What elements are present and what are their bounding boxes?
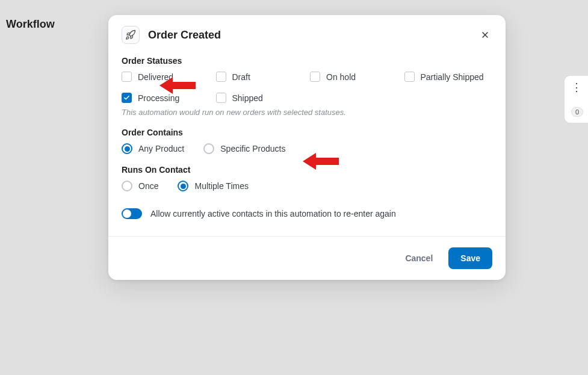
rocket-icon <box>122 26 140 44</box>
option-multiple-times[interactable]: Multiple Times <box>178 181 248 191</box>
radio[interactable] <box>122 181 132 191</box>
reenter-toggle-row: Allow currently active contacts in this … <box>122 208 492 219</box>
status-delivered[interactable]: Delivered <box>122 72 210 82</box>
radio-label: Any Product <box>138 144 184 153</box>
checkbox[interactable] <box>122 72 132 82</box>
radio-label: Once <box>138 181 158 191</box>
check-icon <box>123 95 130 101</box>
save-button[interactable]: Save <box>448 247 492 269</box>
checkbox-label: Shipped <box>232 93 263 103</box>
radio-label: Multiple Times <box>194 181 248 191</box>
checkbox[interactable] <box>216 93 226 103</box>
order-statuses-label: Order Statuses <box>122 56 492 66</box>
radio[interactable] <box>203 143 214 154</box>
status-processing[interactable]: Processing <box>122 93 210 103</box>
order-created-modal: Order Created Order Statuses Delivered D… <box>108 15 506 280</box>
option-once[interactable]: Once <box>122 181 158 191</box>
option-specific-products[interactable]: Specific Products <box>203 143 285 154</box>
status-draft[interactable]: Draft <box>216 72 305 82</box>
checkbox[interactable] <box>122 93 132 103</box>
page-title: Workflow <box>6 18 55 31</box>
modal-body: Order Statuses Delivered Draft On hold P… <box>108 52 506 236</box>
reenter-toggle-label: Allow currently active contacts in this … <box>150 209 396 218</box>
checkbox[interactable] <box>404 72 415 82</box>
checkbox[interactable] <box>310 72 320 82</box>
reenter-toggle[interactable] <box>122 208 142 219</box>
step-count-badge: 0 <box>571 107 583 117</box>
option-any-product[interactable]: Any Product <box>122 143 184 154</box>
radio[interactable] <box>122 143 132 154</box>
status-on-hold[interactable]: On hold <box>310 72 398 82</box>
checkbox-label: On hold <box>326 72 356 82</box>
modal-footer: Cancel Save <box>108 236 506 280</box>
radio-label: Specific Products <box>220 144 285 153</box>
checkbox-label: Draft <box>232 72 250 82</box>
modal-title: Order Created <box>148 29 469 42</box>
cancel-button[interactable]: Cancel <box>401 249 436 268</box>
checkbox[interactable] <box>216 72 226 82</box>
radio[interactable] <box>178 181 188 191</box>
status-partially-shipped[interactable]: Partially Shipped <box>404 72 493 82</box>
order-statuses-grid: Delivered Draft On hold Partially Shippe… <box>122 72 492 103</box>
order-statuses-hint: This automation would run on new orders … <box>122 108 492 117</box>
checkbox-label: Partially Shipped <box>421 72 484 82</box>
order-contains-label: Order Contains <box>122 128 492 137</box>
workflow-step-card: ⋮ 0 <box>564 75 588 123</box>
status-shipped[interactable]: Shipped <box>216 93 305 103</box>
close-button[interactable] <box>478 28 492 42</box>
runs-on-contact-label: Runs On Contact <box>122 165 492 175</box>
checkbox-label: Processing <box>138 93 179 103</box>
checkbox-label: Delivered <box>138 72 173 82</box>
modal-header: Order Created <box>108 15 506 52</box>
kebab-menu-icon[interactable]: ⋮ <box>571 82 582 93</box>
runs-on-contact-options: Once Multiple Times <box>122 181 492 191</box>
order-contains-options: Any Product Specific Products <box>122 143 492 154</box>
